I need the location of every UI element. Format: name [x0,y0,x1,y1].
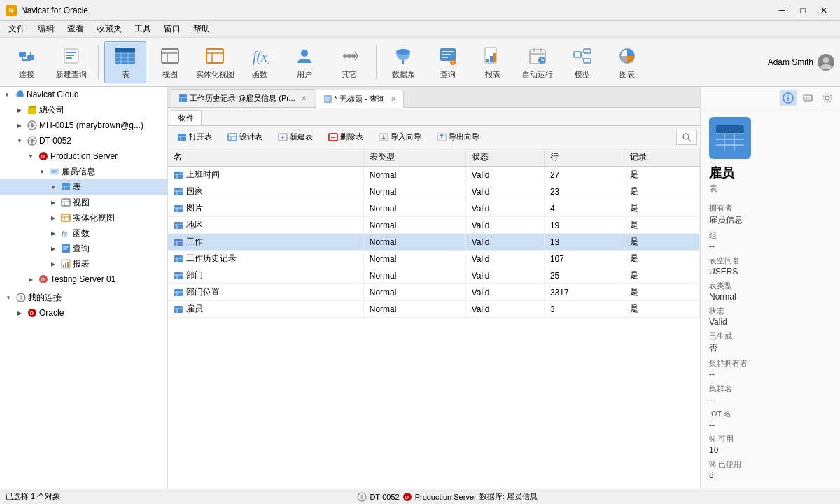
report-node-item[interactable]: ▶ 报表 [0,256,167,272]
menu-item-编辑[interactable]: 编辑 [32,22,60,36]
open-table-btn[interactable]: 打开表 [171,129,218,145]
model-icon [571,45,594,67]
status-server-info: DT-0052 O Production Server 数据库: 雇员信息 [357,491,537,502]
title-bar-controls: ─ □ ✕ [771,0,834,21]
mh0015-icon [27,120,38,131]
mh0015-item[interactable]: ▶ MH-0015 (marybrown@g...) [0,118,167,133]
hex-icon-btn[interactable]: HEX [799,90,816,106]
function-button[interactable]: f(x) 函数 [239,41,281,83]
menu-item-窗口[interactable]: 窗口 [158,22,186,36]
prod-toggle[interactable]: ▼ [25,150,36,162]
cell-type: Normal [363,183,465,200]
design-table-btn[interactable]: 设计表 [221,129,269,145]
func-node-item[interactable]: ▶ fx 函数 [0,225,167,241]
menu-item-收藏夹[interactable]: 收藏夹 [91,22,127,36]
minimize-button[interactable]: ─ [771,0,792,21]
query-node-item[interactable]: ▶ 查询 [0,241,167,256]
empinfo-toggle[interactable]: ▼ [36,166,48,177]
table-row[interactable]: 工作NormalValid13是 [168,234,700,251]
table-row[interactable]: 上班时间NormalValid27是 [168,167,700,183]
menu-item-查看[interactable]: 查看 [62,22,90,36]
import-wizard-btn[interactable]: 导入向导 [372,129,428,145]
cell-rows: 19 [544,217,624,234]
svg-rect-123 [174,239,183,246]
user-button[interactable]: 用户 [284,41,326,83]
prop-value: -- [709,370,832,379]
export-wizard-btn[interactable]: 导出向导 [430,129,486,145]
view-node-toggle[interactable]: ▶ [48,197,59,208]
tab-objects[interactable]: 物件 [171,110,202,125]
prod-server-item[interactable]: ▼ O Production Server [0,148,167,164]
oracle-item[interactable]: ▶ O Oracle [0,305,167,321]
mh0015-toggle[interactable]: ▶ [14,120,25,131]
prop-section: IOT 名-- [709,409,832,430]
zong-item[interactable]: ▶ 總公司 [0,102,167,118]
view-label: 视图 [162,69,178,80]
model-button[interactable]: 模型 [561,41,603,83]
table-row[interactable]: 图片NormalValid4是 [168,200,700,217]
matview-node-item[interactable]: ▶ 实体化视图 [0,210,167,225]
new-query-button[interactable]: 新建查询 [50,41,92,83]
gear-icon-btn[interactable] [819,90,836,106]
maximize-button[interactable]: □ [792,0,813,21]
import-wizard-label: 导入向导 [391,132,421,142]
right-panel: HEX 雇员 表 拥有者雇员信息组--表空间名USERS表类型Normal状态V… [700,87,840,489]
connect-label: 连接 [19,69,34,80]
table-row[interactable]: 部门NormalValid25是 [168,267,700,284]
menu-item-文件[interactable]: 文件 [3,22,31,36]
query-button[interactable]: ? 查询 [427,41,469,83]
dt0052-item[interactable]: ▼ DT-0052 [0,133,167,148]
report-node-toggle[interactable]: ▶ [48,258,59,270]
func-node-toggle[interactable]: ▶ [48,227,59,239]
tab-query[interactable]: * 无标题 - 查询 ✕ [316,90,404,108]
mh0015-label: MH-0015 (marybrown@g...) [39,120,144,130]
table-row[interactable]: 雇员NormalValid3是 [168,301,700,318]
search-box[interactable] [676,130,697,145]
table-row[interactable]: 国家NormalValid23是 [168,183,700,200]
menu-item-工具[interactable]: 工具 [129,22,157,36]
close-button[interactable]: ✕ [813,0,834,21]
my-connections-item[interactable]: ▼ 我的连接 [0,290,167,305]
employee-info-item[interactable]: ▼ 雇员信息 [0,164,167,179]
view-button[interactable]: 视图 [149,41,191,83]
table-node-toggle[interactable]: ▼ [48,181,59,192]
datapump-button[interactable]: 数据泵 [382,41,424,83]
svg-text:f(x): f(x) [253,49,270,65]
svg-rect-89 [324,95,332,103]
new-table-label: 新建表 [290,132,313,142]
table-node-item[interactable]: ▼ 表 [0,179,167,195]
navicat-cloud-item[interactable]: ▼ Navicat Cloud [0,87,167,102]
report-button[interactable]: 报表 [472,41,514,83]
zong-toggle[interactable]: ▶ [14,104,25,115]
cell-type: Normal [363,234,465,251]
tab-history[interactable]: 工作历史记录 @雇员信息 (Pr... ✕ [171,89,314,107]
info-icon-btn[interactable] [780,90,797,106]
myconn-toggle[interactable]: ▼ [3,292,14,303]
other-button[interactable]: 其它 [328,41,370,83]
table-row[interactable]: 工作历史记录NormalValid107是 [168,251,700,267]
table-button[interactable]: 表 [104,41,146,83]
dt0052-toggle[interactable]: ▼ [14,135,25,146]
delete-table-btn[interactable]: 删除表 [322,129,370,145]
query-node-toggle[interactable]: ▶ [48,243,59,254]
oracle-toggle[interactable]: ▶ [14,307,25,318]
prop-label: 组 [709,230,832,241]
schedule-button[interactable]: 自动运行 [517,41,559,83]
table-row[interactable]: 地区NormalValid19是 [168,217,700,234]
prop-label: 集群拥有者 [709,358,832,369]
matview-node-toggle[interactable]: ▶ [48,212,59,223]
cell-status: Valid [465,267,544,284]
tab-query-close[interactable]: ✕ [391,95,396,103]
tab-history-close[interactable]: ✕ [301,94,307,102]
view-node-item[interactable]: ▶ 视图 [0,195,167,210]
menu-item-帮助[interactable]: 帮助 [188,22,216,36]
table-row[interactable]: 部门位置NormalValid3317是 [168,284,700,301]
testing-server-item[interactable]: ▶ O Testing Server 01 [0,272,167,287]
matview-button[interactable]: 实体化视图 [194,41,236,83]
chart-button[interactable]: 图表 [606,41,648,83]
connect-button[interactable]: 连接 [6,41,48,83]
new-table-btn[interactable]: 新建表 [272,129,319,145]
prop-section: 表空间名USERS [709,255,832,276]
cloud-toggle[interactable]: ▼ [1,89,13,100]
testing-toggle[interactable]: ▶ [25,274,36,285]
